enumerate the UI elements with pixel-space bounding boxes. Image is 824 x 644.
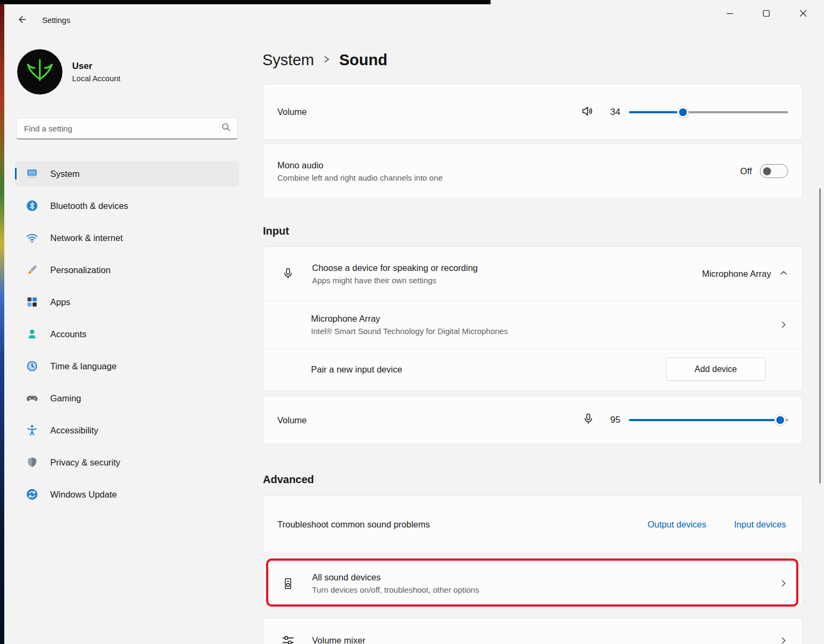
sidebar-item-label: Bluetooth & devices bbox=[50, 201, 128, 211]
all-sound-devices-title: All sound devices bbox=[312, 572, 779, 583]
system-icon bbox=[26, 167, 38, 180]
microphone-icon bbox=[281, 267, 295, 280]
sidebar-item-time-language[interactable]: Time & language bbox=[15, 353, 239, 379]
pair-input-device-label: Pair a new input device bbox=[311, 364, 402, 375]
input-volume-slider-fill[interactable] bbox=[629, 419, 780, 421]
output-volume-slider[interactable] bbox=[629, 111, 788, 113]
sidebar-item-label: Privacy & security bbox=[50, 457, 120, 468]
accessibility-icon bbox=[26, 424, 38, 437]
troubleshoot-card: Troubleshoot common sound problems Outpu… bbox=[263, 495, 803, 553]
search-icon[interactable] bbox=[221, 122, 231, 134]
input-picker-text: Choose a device for speaking or recordin… bbox=[312, 263, 702, 285]
mixer-icon bbox=[281, 633, 295, 644]
mono-audio-title: Mono audio bbox=[277, 160, 740, 170]
sidebar-item-label: Apps bbox=[50, 297, 71, 307]
search-input[interactable] bbox=[24, 124, 221, 133]
search-box bbox=[16, 118, 238, 139]
close-icon bbox=[799, 10, 807, 19]
scrollbar-thumb[interactable] bbox=[819, 188, 821, 484]
input-volume-card: Volume 95 bbox=[263, 395, 803, 445]
sidebar-item-system[interactable]: System bbox=[15, 161, 239, 187]
mono-audio-text: Mono audio Combine left and right audio … bbox=[277, 160, 740, 182]
sidebar-item-label: Personalization bbox=[50, 265, 111, 275]
output-volume-slider-fill[interactable] bbox=[629, 111, 683, 113]
sidebar-item-label: Time & language bbox=[50, 361, 116, 371]
input-volume-controls: 95 bbox=[582, 413, 788, 428]
maximize-button[interactable] bbox=[754, 4, 779, 25]
accounts-icon bbox=[26, 328, 38, 340]
sidebar-item-accessibility[interactable]: Accessibility bbox=[15, 417, 239, 443]
close-button[interactable] bbox=[791, 4, 815, 25]
microphone-array-title: Microphone Array bbox=[311, 314, 779, 324]
input-picker-title: Choose a device for speaking or recordin… bbox=[312, 263, 702, 273]
account-header[interactable]: User Local Account bbox=[17, 49, 231, 95]
sidebar-item-accounts[interactable]: Accounts bbox=[15, 321, 239, 347]
sidebar-item-apps[interactable]: Apps bbox=[15, 289, 239, 315]
sidebar-item-windows-update[interactable]: Windows Update bbox=[15, 482, 239, 507]
sidebar-item-bluetooth-devices[interactable]: Bluetooth & devices bbox=[15, 193, 239, 219]
windows-update-icon bbox=[26, 488, 38, 501]
add-device-button[interactable]: Add device bbox=[666, 358, 766, 381]
sidebar-item-label: Network & internet bbox=[50, 233, 123, 243]
chevron-up-icon[interactable] bbox=[779, 268, 788, 280]
pair-input-device-row: Pair a new input device Add device bbox=[263, 348, 802, 390]
time-language-icon bbox=[26, 360, 38, 373]
sidebar-item-network-internet[interactable]: Network & internet bbox=[15, 225, 239, 251]
input-volume-slider[interactable] bbox=[629, 419, 788, 421]
sidebar-item-label: System bbox=[50, 169, 80, 179]
microphone-array-description: Intel® Smart Sound Technology for Digita… bbox=[311, 327, 779, 336]
mono-audio-card: Mono audio Combine left and right audio … bbox=[263, 143, 803, 199]
chevron-right-icon[interactable] bbox=[779, 636, 788, 644]
output-volume-value: 34 bbox=[605, 107, 620, 118]
input-volume-label: Volume bbox=[277, 415, 307, 425]
sidebar-item-gaming[interactable]: Gaming bbox=[15, 385, 239, 411]
desktop-edge-left bbox=[0, 0, 4, 644]
minimize-button[interactable] bbox=[718, 4, 742, 25]
sidebar-item-label: Windows Update bbox=[50, 490, 117, 500]
mono-audio-toggle[interactable] bbox=[760, 164, 788, 178]
microphone-array-item[interactable]: Microphone Array Intel® Smart Sound Tech… bbox=[263, 300, 802, 348]
window-title: Settings bbox=[42, 16, 70, 25]
mono-audio-toggle-group: Off bbox=[740, 164, 788, 178]
account-type: Local Account bbox=[72, 74, 231, 83]
page-title: Sound bbox=[339, 51, 387, 69]
sidebar-item-privacy-security[interactable]: Privacy & security bbox=[15, 449, 239, 475]
breadcrumb: System Sound bbox=[262, 51, 387, 69]
microphone-icon[interactable] bbox=[582, 413, 595, 428]
account-name: User bbox=[72, 61, 231, 72]
output-volume-card: Volume 34 bbox=[263, 84, 803, 140]
all-sound-devices-description: Turn devices on/off, troubleshoot, other… bbox=[312, 585, 779, 594]
volume-mixer-title: Volume mixer bbox=[312, 635, 779, 644]
desktop-edge-top bbox=[0, 0, 491, 4]
apps-icon bbox=[26, 296, 38, 308]
advanced-section-title: Advanced bbox=[263, 474, 314, 486]
back-button[interactable] bbox=[13, 12, 30, 28]
sidebar-item-personalization[interactable]: Personalization bbox=[15, 257, 239, 283]
personalization-icon bbox=[26, 263, 38, 276]
gaming-icon bbox=[26, 392, 38, 405]
troubleshoot-label: Troubleshoot common sound problems bbox=[277, 519, 648, 530]
privacy-security-icon bbox=[26, 456, 38, 469]
input-devices-link[interactable]: Input devices bbox=[734, 519, 786, 530]
chevron-right-icon[interactable] bbox=[779, 320, 788, 329]
sidebar-item-label: Gaming bbox=[50, 393, 81, 404]
input-device-picker[interactable]: Choose a device for speaking or recordin… bbox=[263, 247, 802, 300]
all-sound-devices-text: All sound devices Turn devices on/off, t… bbox=[312, 572, 779, 594]
mono-audio-description: Combine left and right audio channels in… bbox=[277, 173, 740, 182]
speaker-icon[interactable] bbox=[581, 104, 595, 120]
volume-mixer-card[interactable]: Volume mixer bbox=[263, 618, 803, 644]
selected-input-device: Microphone Array bbox=[702, 269, 771, 279]
speaker-box-icon bbox=[281, 577, 295, 590]
mono-audio-state: Off bbox=[740, 166, 752, 176]
input-picker-value: Microphone Array bbox=[702, 268, 788, 280]
chevron-right-icon[interactable] bbox=[779, 579, 788, 588]
output-volume-label: Volume bbox=[277, 107, 307, 117]
all-sound-devices-card[interactable]: All sound devices Turn devices on/off, t… bbox=[263, 562, 803, 605]
output-devices-link[interactable]: Output devices bbox=[648, 519, 706, 530]
maximize-icon bbox=[763, 10, 770, 19]
settings-window: Settings User Local Ac bbox=[0, 0, 824, 644]
breadcrumb-system[interactable]: System bbox=[262, 51, 314, 69]
sidebar-nav: System Bluetooth & devices Network & int… bbox=[15, 161, 239, 514]
sidebar-item-label: Accessibility bbox=[50, 425, 98, 436]
sidebar-item-label: Accounts bbox=[50, 329, 87, 339]
